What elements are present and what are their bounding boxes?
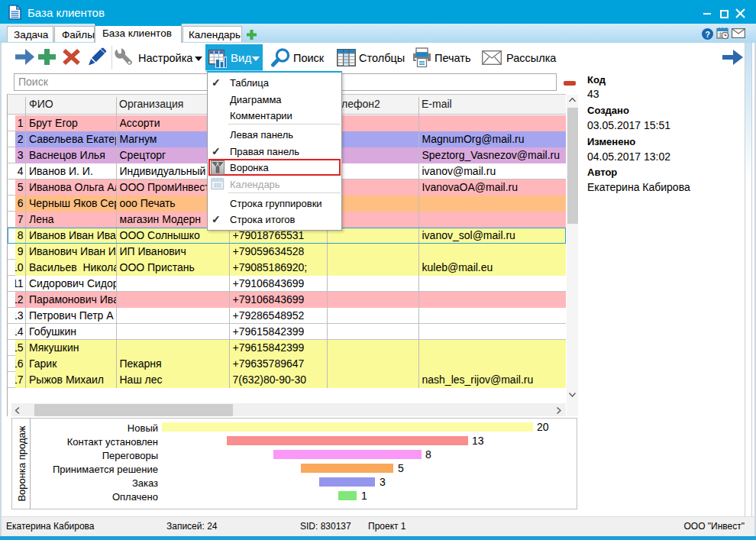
svg-text:?: ? xyxy=(705,30,710,39)
